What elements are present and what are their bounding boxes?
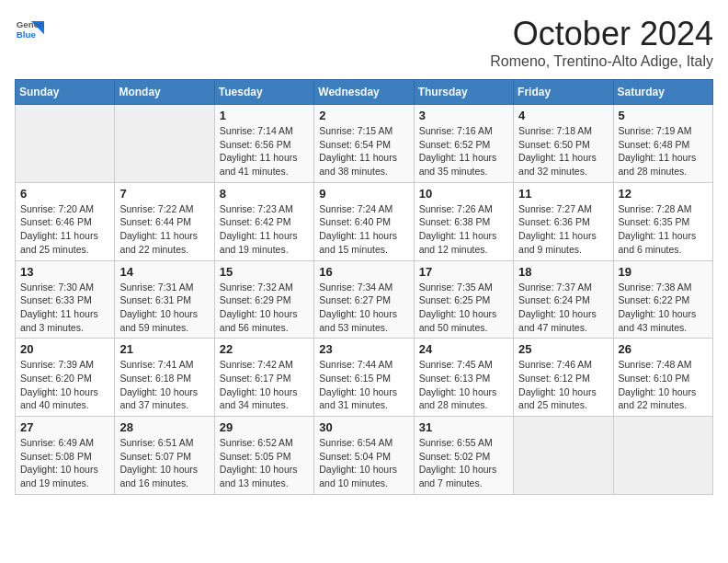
day-info: Sunrise: 7:44 AM Sunset: 6:15 PM Dayligh… (319, 358, 408, 412)
day-info: Sunrise: 7:42 AM Sunset: 6:17 PM Dayligh… (220, 358, 309, 412)
calendar-cell: 21Sunrise: 7:41 AM Sunset: 6:18 PM Dayli… (115, 339, 214, 417)
calendar-cell: 28Sunrise: 6:51 AM Sunset: 5:07 PM Dayli… (115, 417, 214, 495)
calendar-cell: 26Sunrise: 7:48 AM Sunset: 6:10 PM Dayli… (613, 339, 712, 417)
day-number: 23 (319, 342, 408, 356)
weekday-header-thursday: Thursday (414, 80, 513, 105)
calendar-cell (613, 417, 712, 495)
day-number: 28 (119, 420, 209, 434)
calendar-cell: 25Sunrise: 7:46 AM Sunset: 6:12 PM Dayli… (514, 339, 613, 417)
weekday-header-monday: Monday (115, 80, 214, 105)
calendar-cell: 1Sunrise: 7:14 AM Sunset: 6:56 PM Daylig… (214, 105, 313, 183)
calendar-cell: 4Sunrise: 7:18 AM Sunset: 6:50 PM Daylig… (514, 105, 613, 183)
day-number: 7 (119, 187, 209, 201)
day-info: Sunrise: 6:52 AM Sunset: 5:05 PM Dayligh… (220, 436, 309, 490)
calendar-body: 1Sunrise: 7:14 AM Sunset: 6:56 PM Daylig… (16, 105, 713, 495)
calendar-cell: 18Sunrise: 7:37 AM Sunset: 6:24 PM Dayli… (514, 260, 613, 339)
day-number: 31 (419, 420, 508, 434)
calendar-cell: 6Sunrise: 7:20 AM Sunset: 6:46 PM Daylig… (16, 182, 115, 260)
calendar-cell: 17Sunrise: 7:35 AM Sunset: 6:25 PM Dayli… (414, 260, 513, 339)
day-info: Sunrise: 7:18 AM Sunset: 6:50 PM Dayligh… (518, 124, 608, 178)
calendar-cell: 10Sunrise: 7:26 AM Sunset: 6:38 PM Dayli… (414, 182, 513, 260)
location-title: Romeno, Trentino-Alto Adige, Italy (490, 53, 713, 70)
day-number: 27 (20, 420, 109, 434)
day-number: 20 (20, 342, 109, 356)
calendar-cell: 29Sunrise: 6:52 AM Sunset: 5:05 PM Dayli… (214, 417, 313, 495)
calendar-cell: 9Sunrise: 7:24 AM Sunset: 6:40 PM Daylig… (314, 182, 414, 260)
day-number: 6 (20, 187, 109, 201)
calendar-header: SundayMondayTuesdayWednesdayThursdayFrid… (16, 80, 713, 105)
day-number: 19 (619, 265, 708, 279)
calendar-cell: 31Sunrise: 6:55 AM Sunset: 5:02 PM Dayli… (414, 417, 513, 495)
svg-text:Blue: Blue (17, 29, 37, 40)
day-number: 13 (20, 265, 109, 279)
day-number: 16 (319, 265, 408, 279)
day-info: Sunrise: 7:46 AM Sunset: 6:12 PM Dayligh… (518, 358, 608, 412)
weekday-header-saturday: Saturday (613, 80, 712, 105)
calendar-cell: 7Sunrise: 7:22 AM Sunset: 6:44 PM Daylig… (115, 182, 214, 260)
calendar-table: SundayMondayTuesdayWednesdayThursdayFrid… (15, 79, 713, 495)
calendar-week-5: 27Sunrise: 6:49 AM Sunset: 5:08 PM Dayli… (16, 417, 713, 495)
calendar-cell: 12Sunrise: 7:28 AM Sunset: 6:35 PM Dayli… (613, 182, 712, 260)
day-number: 9 (319, 187, 408, 201)
calendar-cell: 23Sunrise: 7:44 AM Sunset: 6:15 PM Dayli… (314, 339, 414, 417)
day-info: Sunrise: 7:39 AM Sunset: 6:20 PM Dayligh… (20, 358, 109, 412)
calendar-cell: 13Sunrise: 7:30 AM Sunset: 6:33 PM Dayli… (16, 260, 115, 339)
day-number: 14 (119, 265, 209, 279)
calendar-cell (514, 417, 613, 495)
day-info: Sunrise: 6:51 AM Sunset: 5:07 PM Dayligh… (119, 436, 209, 490)
day-info: Sunrise: 7:35 AM Sunset: 6:25 PM Dayligh… (419, 281, 508, 335)
calendar-cell: 22Sunrise: 7:42 AM Sunset: 6:17 PM Dayli… (214, 339, 313, 417)
day-info: Sunrise: 7:16 AM Sunset: 6:52 PM Dayligh… (419, 124, 508, 178)
day-number: 25 (518, 342, 608, 356)
day-number: 29 (220, 420, 309, 434)
calendar-week-3: 13Sunrise: 7:30 AM Sunset: 6:33 PM Dayli… (16, 260, 713, 339)
day-info: Sunrise: 7:24 AM Sunset: 6:40 PM Dayligh… (319, 202, 408, 257)
day-number: 2 (319, 109, 408, 122)
day-number: 24 (419, 342, 508, 356)
day-info: Sunrise: 7:30 AM Sunset: 6:33 PM Dayligh… (20, 281, 109, 335)
day-info: Sunrise: 7:32 AM Sunset: 6:29 PM Dayligh… (220, 281, 309, 335)
title-block: October 2024 Romeno, Trentino-Alto Adige… (490, 15, 713, 70)
day-number: 15 (220, 265, 309, 279)
day-info: Sunrise: 6:49 AM Sunset: 5:08 PM Dayligh… (20, 436, 109, 490)
calendar-week-4: 20Sunrise: 7:39 AM Sunset: 6:20 PM Dayli… (16, 339, 713, 417)
day-info: Sunrise: 7:34 AM Sunset: 6:27 PM Dayligh… (319, 281, 408, 335)
day-number: 26 (619, 342, 708, 356)
svg-text:General: General (17, 19, 44, 29)
day-info: Sunrise: 7:27 AM Sunset: 6:36 PM Dayligh… (518, 202, 608, 257)
calendar-cell: 20Sunrise: 7:39 AM Sunset: 6:20 PM Dayli… (16, 339, 115, 417)
weekday-header-friday: Friday (514, 80, 613, 105)
day-info: Sunrise: 7:28 AM Sunset: 6:35 PM Dayligh… (619, 202, 708, 257)
weekday-header-wednesday: Wednesday (314, 80, 414, 105)
day-number: 22 (220, 342, 309, 356)
day-info: Sunrise: 7:22 AM Sunset: 6:44 PM Dayligh… (119, 202, 209, 257)
calendar-cell: 14Sunrise: 7:31 AM Sunset: 6:31 PM Dayli… (115, 260, 214, 339)
day-info: Sunrise: 7:48 AM Sunset: 6:10 PM Dayligh… (619, 358, 708, 412)
logo: General Blue (15, 15, 44, 44)
day-number: 1 (220, 109, 309, 122)
calendar-cell: 16Sunrise: 7:34 AM Sunset: 6:27 PM Dayli… (314, 260, 414, 339)
calendar-cell: 30Sunrise: 6:54 AM Sunset: 5:04 PM Dayli… (314, 417, 414, 495)
day-info: Sunrise: 7:14 AM Sunset: 6:56 PM Dayligh… (220, 124, 309, 178)
day-number: 12 (619, 187, 708, 201)
day-number: 8 (220, 187, 309, 201)
calendar-cell: 24Sunrise: 7:45 AM Sunset: 6:13 PM Dayli… (414, 339, 513, 417)
day-number: 5 (619, 109, 708, 122)
day-number: 18 (518, 265, 608, 279)
day-info: Sunrise: 6:54 AM Sunset: 5:04 PM Dayligh… (319, 436, 408, 490)
logo-icon: General Blue (15, 15, 44, 44)
calendar-cell: 2Sunrise: 7:15 AM Sunset: 6:54 PM Daylig… (314, 105, 414, 183)
day-info: Sunrise: 7:15 AM Sunset: 6:54 PM Dayligh… (319, 124, 408, 178)
day-number: 21 (119, 342, 209, 356)
calendar-cell (115, 105, 214, 183)
day-info: Sunrise: 6:55 AM Sunset: 5:02 PM Dayligh… (419, 436, 508, 490)
day-info: Sunrise: 7:26 AM Sunset: 6:38 PM Dayligh… (419, 202, 508, 257)
day-info: Sunrise: 7:31 AM Sunset: 6:31 PM Dayligh… (119, 281, 209, 335)
calendar-cell: 27Sunrise: 6:49 AM Sunset: 5:08 PM Dayli… (16, 417, 115, 495)
weekday-header-row: SundayMondayTuesdayWednesdayThursdayFrid… (16, 80, 713, 105)
day-info: Sunrise: 7:23 AM Sunset: 6:42 PM Dayligh… (220, 202, 309, 257)
day-number: 11 (518, 187, 608, 201)
day-number: 4 (518, 109, 608, 122)
weekday-header-tuesday: Tuesday (214, 80, 313, 105)
calendar-cell: 5Sunrise: 7:19 AM Sunset: 6:48 PM Daylig… (613, 105, 712, 183)
